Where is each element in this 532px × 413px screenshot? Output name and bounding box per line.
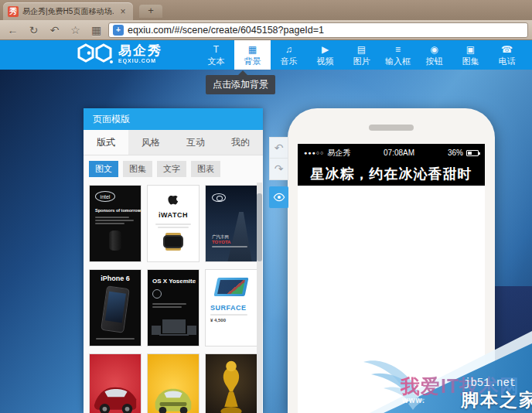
tab-title: 易企秀|免费H5页面移动场… [22, 6, 114, 17]
intel-product-image [109, 230, 121, 251]
apps-grid-icon[interactable]: ▦ [87, 22, 105, 38]
template-intel[interactable]: intel Sponsors of tomorrow [89, 185, 142, 262]
template-toyota[interactable]: 广汽丰田 TOYOTA [205, 185, 257, 262]
tab-interactive[interactable]: 互动 [173, 130, 218, 155]
watermark-domain: jb51.net [464, 377, 516, 389]
add-background-tooltip: 点击添加背景 [206, 75, 275, 94]
undo-icon: ↶ [275, 142, 284, 154]
toyota-logo-icon [212, 193, 226, 202]
image-icon: ▤ [357, 45, 366, 56]
battery-icon [466, 150, 479, 156]
yellow-car-image [148, 354, 199, 413]
scene-title-banner[interactable]: 星冰粽，约在冰沁香甜时 [298, 162, 485, 186]
iwatch-title: iWATCH [148, 211, 199, 219]
undo-button[interactable]: ↶ [269, 137, 288, 159]
template-iphone6[interactable]: iPhone 6 [89, 269, 142, 346]
redo-button[interactable]: ↷ [269, 159, 288, 180]
music-note-icon: ♫ [285, 45, 292, 56]
tool-input-box[interactable]: ≡ 输入框 [380, 40, 416, 70]
surface-title: SURFACE [210, 304, 257, 312]
intel-tagline: Sponsors of tomorrow [95, 208, 141, 213]
input-list-icon: ≡ [395, 45, 401, 56]
tool-text[interactable]: T 文本 [198, 40, 234, 70]
apple-logo-icon [167, 192, 179, 206]
tool-image[interactable]: ▤ 图片 [343, 40, 380, 70]
tool-background[interactable]: ▦ 背景 [234, 40, 271, 70]
eqxiu-logo-icon [77, 43, 113, 63]
phone-icon: ☎ [501, 45, 513, 56]
eye-icon [273, 193, 285, 202]
canvas-side-tools: ↶ ↷ [269, 137, 288, 208]
tab-close-icon[interactable]: × [118, 6, 128, 17]
logo-en: EQXIU.COM [118, 58, 162, 63]
history-undo-icon[interactable]: ↶ [46, 22, 63, 38]
button-press-icon: ◉ [430, 45, 438, 56]
phone-speaker [369, 125, 414, 131]
surface-price: ¥ 4,500 [210, 318, 257, 323]
eqxiu-logo-text: 易企秀 EQXIU.COM [118, 44, 162, 63]
toyota-brand-en: TOYOTA [212, 240, 257, 244]
refresh-icon[interactable]: ↻ [25, 22, 43, 38]
back-icon[interactable]: ← [4, 22, 22, 38]
status-time: 07:08AM [350, 148, 448, 157]
battery-percent: 36% [448, 148, 463, 157]
preview-button[interactable] [269, 186, 288, 208]
tool-music[interactable]: ♫ 音乐 [271, 40, 307, 70]
template-yellow-car[interactable] [147, 353, 200, 413]
signal-dots-icon: ●●●○○ [304, 150, 324, 155]
template-panel: 页面模版 版式 风格 互动 我的 图文 图集 文字 图表 intel Spons… [84, 108, 263, 413]
browser-tab[interactable]: 秀 易企秀|免费H5页面移动场… × [3, 2, 133, 20]
site-shield-icon[interactable]: + [113, 25, 124, 36]
tool-phone[interactable]: ☎ 电话 [489, 40, 525, 70]
tool-button[interactable]: ◉ 按钮 [416, 40, 452, 70]
iwatch-product-image [163, 235, 183, 248]
tool-buttons: T 文本 ▦ 背景 ♫ 音乐 ▶ 视频 ▤ 图片 ≡ 输入框 [198, 40, 525, 70]
subtab-album[interactable]: 图集 [123, 161, 152, 177]
eqxiu-logo: 易企秀 EQXIU.COM [77, 43, 162, 63]
phone-status-bar: ●●●○○ 易企秀 07:08AM 36% [298, 144, 485, 162]
template-red-car[interactable] [89, 353, 142, 413]
watermark-brand: 脚本之家 [461, 388, 532, 412]
template-grid: intel Sponsors of tomorrow iWATCH [84, 182, 263, 413]
toyota-brand-cn: 广汽丰田 [212, 234, 257, 240]
iphone6-product-image [101, 285, 130, 333]
osx-title: OS X Yosemite [152, 278, 199, 285]
watermark-www: www. [402, 396, 425, 404]
surface-product-image [213, 278, 248, 296]
address-bar[interactable]: + eqxiu.com/#/scene/create/6045158?pageI… [108, 22, 528, 38]
carrier-label: 易企秀 [327, 148, 350, 159]
panel-scrollbar-thumb[interactable] [257, 193, 262, 261]
subtab-chart[interactable]: 图表 [191, 161, 220, 177]
template-osx[interactable]: OS X Yosemite [147, 269, 200, 346]
iphone6-title: iPhone 6 [90, 275, 141, 282]
tab-strip: 秀 易企秀|免费H5页面移动场… × + [0, 0, 532, 20]
intel-logo: intel [95, 191, 115, 202]
tab-mine[interactable]: 我的 [218, 130, 263, 155]
tab-layout[interactable]: 版式 [84, 130, 128, 155]
tab-favicon: 秀 [8, 6, 19, 17]
template-surface[interactable]: SURFACE ¥ 4,500 [205, 269, 257, 346]
background-grid-icon: ▦ [248, 45, 257, 56]
panel-tabs: 版式 风格 互动 我的 [84, 130, 263, 155]
template-world-cup[interactable] [205, 353, 257, 413]
editor-toolbar: 易企秀 EQXIU.COM T 文本 ▦ 背景 ♫ 音乐 ▶ 视频 ▤ [0, 40, 532, 70]
subtab-imagetext[interactable]: 图文 [89, 161, 118, 177]
browser-window: 秀 易企秀|免费H5页面移动场… × + ← ↻ ↶ ☆ ▦ + eqxiu.c… [0, 0, 532, 413]
osx-badge-icon [152, 289, 162, 299]
tab-style[interactable]: 风格 [128, 130, 173, 155]
gold-trophy-image [206, 354, 257, 413]
gallery-icon: ▣ [466, 45, 475, 56]
osx-devices-image [152, 319, 196, 340]
red-car-image [90, 354, 141, 413]
bookmark-star-icon[interactable]: ☆ [66, 22, 84, 38]
tool-gallery[interactable]: ▣ 图集 [452, 40, 489, 70]
url-text[interactable]: eqxiu.com/#/scene/create/6045158?pageId=… [128, 25, 324, 36]
panel-title: 页面模版 [84, 108, 263, 130]
browser-navbar: ← ↻ ↶ ☆ ▦ + eqxiu.com/#/scene/create/604… [0, 20, 532, 40]
subtab-text[interactable]: 文字 [157, 161, 186, 177]
panel-subtabs: 图文 图集 文字 图表 [84, 155, 263, 182]
template-iwatch[interactable]: iWATCH [147, 185, 200, 262]
video-play-icon: ▶ [322, 45, 329, 56]
tool-video[interactable]: ▶ 视频 [307, 40, 343, 70]
new-tab-button[interactable]: + [139, 5, 162, 18]
